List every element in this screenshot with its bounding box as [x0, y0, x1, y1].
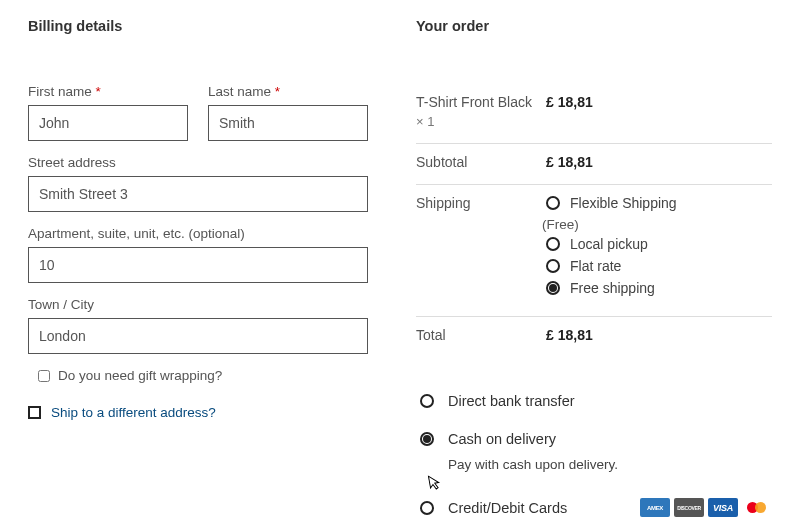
card-icons: AMEX DISCOVER VISA [640, 498, 772, 517]
apartment-input[interactable] [28, 247, 368, 283]
city-input[interactable] [28, 318, 368, 354]
first-name-label: First name * [28, 84, 188, 99]
subtotal-value: £ 18,81 [546, 154, 772, 170]
shipping-option-flat[interactable]: Flat rate [546, 258, 772, 274]
required-mark: * [275, 84, 280, 99]
payment-cod-label: Cash on delivery [448, 431, 556, 447]
gift-wrap-checkbox[interactable] [38, 370, 50, 382]
shipping-option-local[interactable]: Local pickup [546, 236, 772, 252]
discover-icon: DISCOVER [674, 498, 704, 517]
first-name-input[interactable] [28, 105, 188, 141]
ship-different-row[interactable]: Ship to a different address? [28, 405, 368, 420]
shipping-option-free[interactable]: Free shipping [546, 280, 772, 296]
payment-bank-transfer[interactable]: Direct bank transfer [420, 393, 772, 409]
payment-bank-label: Direct bank transfer [448, 393, 575, 409]
shipping-local-label: Local pickup [570, 236, 648, 252]
visa-icon: VISA [708, 498, 738, 517]
order-heading: Your order [416, 18, 772, 34]
city-label: Town / City [28, 297, 368, 312]
first-name-label-text: First name [28, 84, 92, 99]
apartment-label: Apartment, suite, unit, etc. (optional) [28, 226, 368, 241]
order-item-qty: × 1 [416, 114, 546, 129]
total-value: £ 18,81 [546, 327, 772, 343]
shipping-flat-label: Flat rate [570, 258, 621, 274]
last-name-label: Last name * [208, 84, 368, 99]
gift-wrap-row[interactable]: Do you need gift wrapping? [38, 368, 368, 383]
billing-heading: Billing details [28, 18, 368, 34]
shipping-option-flexible[interactable]: Flexible Shipping [546, 195, 772, 211]
order-item-price: £ 18,81 [546, 94, 772, 129]
total-label: Total [416, 327, 546, 343]
last-name-input[interactable] [208, 105, 368, 141]
order-item-name: T-Shirt Front Black [416, 94, 532, 110]
street-label: Street address [28, 155, 368, 170]
last-name-label-text: Last name [208, 84, 271, 99]
shipping-label: Shipping [416, 195, 546, 302]
radio-icon[interactable] [546, 281, 560, 295]
payment-cod[interactable]: Cash on delivery [420, 431, 772, 447]
order-item: T-Shirt Front Black × 1 [416, 94, 546, 129]
payment-card-label: Credit/Debit Cards [448, 500, 567, 516]
shipping-flexible-note: (Free) [542, 217, 772, 232]
amex-icon: AMEX [640, 498, 670, 517]
radio-icon[interactable] [420, 394, 434, 408]
radio-icon[interactable] [546, 237, 560, 251]
radio-icon[interactable] [546, 196, 560, 210]
radio-icon[interactable] [420, 432, 434, 446]
payment-cod-desc: Pay with cash upon delivery. [448, 457, 772, 472]
shipping-free-label: Free shipping [570, 280, 655, 296]
street-input[interactable] [28, 176, 368, 212]
radio-icon[interactable] [420, 501, 434, 515]
subtotal-label: Subtotal [416, 154, 546, 170]
payment-card[interactable]: Credit/Debit Cards AMEX DISCOVER VISA [420, 498, 772, 517]
radio-icon[interactable] [546, 259, 560, 273]
required-mark: * [96, 84, 101, 99]
shipping-flexible-label: Flexible Shipping [570, 195, 677, 211]
ship-different-checkbox[interactable] [28, 406, 41, 419]
ship-different-label: Ship to a different address? [51, 405, 216, 420]
gift-wrap-label: Do you need gift wrapping? [58, 368, 222, 383]
mastercard-icon [742, 498, 772, 517]
